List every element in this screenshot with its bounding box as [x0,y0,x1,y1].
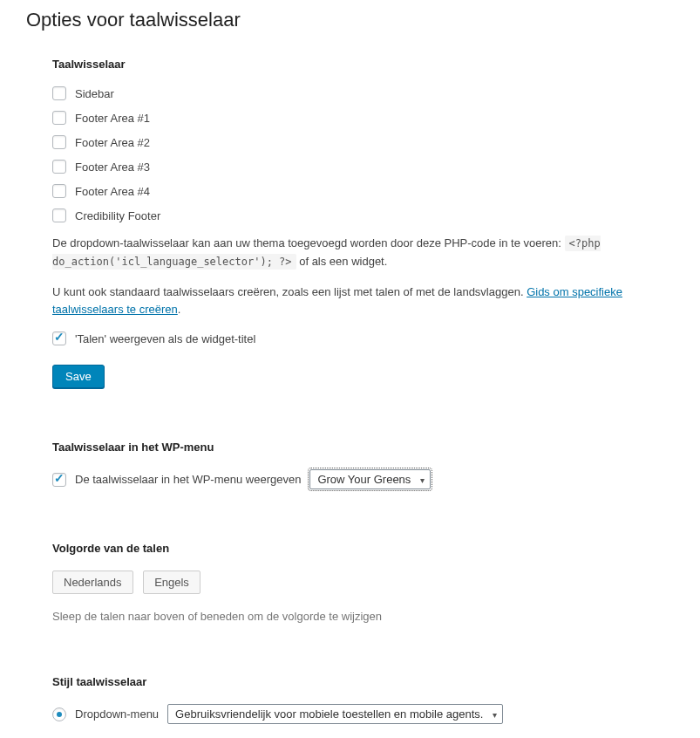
section-switcher-title: Taalwisselaar [52,58,674,71]
area-row-footer3[interactable]: Footer Area #3 [52,160,674,174]
checkbox-footer1-label: Footer Area #1 [75,112,150,125]
checkbox-sidebar-label: Sidebar [75,87,114,100]
lang-chip-en[interactable]: Engels [143,571,200,594]
section-wpmenu-title: Taalwisselaar in het WP-menu [52,441,674,454]
section-switcher: Taalwisselaar Sidebar Footer Area #1 Foo… [52,58,674,388]
section-order: Volgorde van de talen Nederlands Engels … [52,542,674,623]
switcher-desc-before: De dropdown-taalwisselaar kan aan uw the… [52,236,565,249]
checkbox-wpmenu-show[interactable] [52,473,66,487]
checkbox-footer4[interactable] [52,184,66,198]
wpmenu-select[interactable]: Grow Your Greens [309,469,431,489]
checkbox-sidebar[interactable] [52,86,66,100]
area-row-footer1[interactable]: Footer Area #1 [52,111,674,125]
area-row-credibility[interactable]: Credibility Footer [52,208,674,222]
checkbox-footer2[interactable] [52,135,66,149]
switcher-desc2-text: U kunt ook standaard taalwisselaars creë… [52,285,527,298]
switcher-desc-after: of als een widget. [299,255,387,268]
save-button[interactable]: Save [52,365,105,388]
section-wpmenu: Taalwisselaar in het WP-menu De taalwiss… [52,441,674,489]
switcher-desc-1: De dropdown-taalwisselaar kan aan uw the… [52,235,674,271]
checkbox-credibility[interactable] [52,208,66,222]
area-row-footer4[interactable]: Footer Area #4 [52,184,674,198]
section-style: Stijl taalwisselaar Dropdown-menu Gebrui… [52,675,674,724]
wpmenu-checkbox-row[interactable]: De taalwisselaar in het WP-menu weergeve… [52,473,301,487]
checkbox-wpmenu-show-label: De taalwisselaar in het WP-menu weergeve… [75,473,301,486]
lang-chip-nl[interactable]: Nederlands [52,571,133,594]
switcher-desc-2: U kunt ook standaard taalwisselaars creë… [52,284,674,320]
checkbox-footer1[interactable] [52,111,66,125]
checkbox-show-lang-widget[interactable] [52,331,66,345]
area-row-footer2[interactable]: Footer Area #2 [52,135,674,149]
section-order-title: Volgorde van de talen [52,542,674,555]
checkbox-footer4-label: Footer Area #4 [75,185,150,198]
order-hint: Sleep de talen naar boven of beneden om … [52,610,674,623]
checkbox-footer2-label: Footer Area #2 [75,136,150,149]
show-lang-widget-row[interactable]: 'Talen' weergeven als de widget-titel [52,331,674,345]
checkbox-show-lang-widget-label: 'Talen' weergeven als de widget-titel [75,332,255,345]
radio-dropdown-menu-label: Dropdown-menu [75,707,159,721]
area-row-sidebar[interactable]: Sidebar [52,86,674,100]
style-select[interactable]: Gebruiksvriendelijk voor mobiele toestel… [167,704,503,724]
checkbox-credibility-label: Credibility Footer [75,209,160,222]
section-style-title: Stijl taalwisselaar [52,675,674,688]
radio-dropdown-menu[interactable] [52,707,66,721]
checkbox-footer3-label: Footer Area #3 [75,161,150,174]
checkbox-footer3[interactable] [52,160,66,174]
language-chips: Nederlands Engels [52,571,674,594]
page-title: Opties voor taalwisselaar [26,9,674,31]
